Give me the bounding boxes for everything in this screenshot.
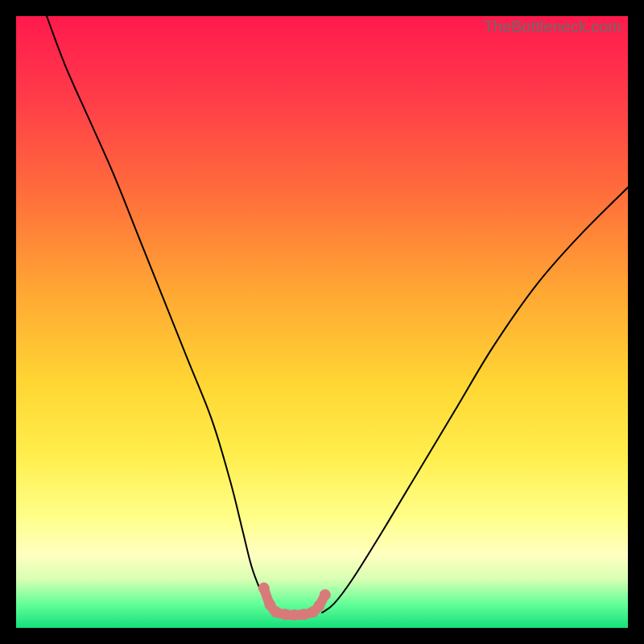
watermark: TheBottleneck.com	[484, 18, 621, 36]
left-curve	[47, 16, 279, 613]
chart-frame: TheBottleneck.com	[0, 0, 644, 644]
plot-area: TheBottleneck.com	[16, 16, 628, 628]
right-curve	[322, 188, 628, 613]
curve-layer	[16, 16, 628, 628]
